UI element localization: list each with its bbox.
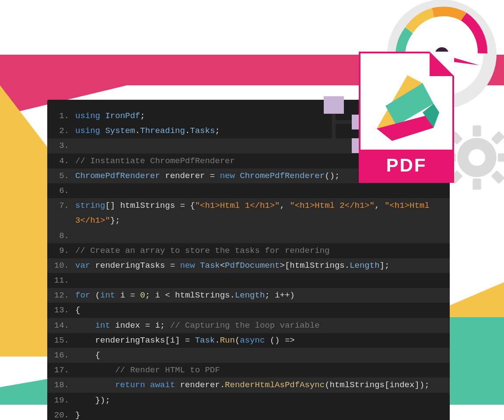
line-number: 1 (53, 108, 75, 123)
svg-point-9 (469, 149, 485, 166)
code-text[interactable]: var renderingTasks = new Task<PdfDocumen… (75, 258, 444, 273)
code-text[interactable]: string[] htmlStrings = {"<h1>Html 1</h1>… (75, 198, 444, 228)
svg-rect-6 (491, 131, 504, 145)
line-number: 2 (53, 123, 75, 138)
code-line[interactable]: 16 { (47, 348, 450, 363)
line-number: 15 (53, 333, 75, 348)
code-line[interactable]: 17 // Render HTML to PDF (47, 363, 450, 378)
svg-rect-1 (472, 125, 481, 136)
ribbon-logo-icon (370, 71, 444, 145)
code-line[interactable]: 13{ (47, 303, 450, 318)
svg-rect-8 (491, 170, 504, 184)
line-number: 10 (53, 258, 75, 273)
line-number: 5 (53, 168, 75, 183)
code-line[interactable]: 12for (int i = 0; i < htmlStrings.Length… (47, 288, 450, 303)
code-line[interactable]: 14 int index = i; // Capturing the loop … (47, 318, 450, 333)
line-number: 20 (53, 408, 75, 420)
code-line[interactable]: 7string[] htmlStrings = {"<h1>Html 1</h1… (47, 198, 450, 228)
line-number: 6 (53, 183, 75, 198)
line-number: 17 (53, 363, 75, 378)
code-line[interactable]: 18 return await renderer.RenderHtmlAsPdf… (47, 378, 450, 392)
line-number: 8 (53, 228, 75, 243)
line-number: 3 (53, 138, 75, 153)
code-line[interactable]: 9// Create an array to store the tasks f… (47, 243, 450, 258)
code-text[interactable]: int index = i; // Capturing the loop var… (75, 318, 444, 333)
code-text[interactable]: return await renderer.RenderHtmlAsPdfAsy… (75, 378, 444, 392)
pdf-file-icon: PDF (359, 52, 454, 183)
line-number: 7 (53, 198, 75, 213)
svg-rect-4 (498, 153, 504, 161)
code-text[interactable]: // Render HTML to PDF (75, 363, 444, 378)
code-line[interactable]: 6 (47, 183, 450, 198)
code-line[interactable]: 10var renderingTasks = new Task<PdfDocum… (47, 258, 450, 273)
code-text[interactable]: }); (75, 393, 444, 408)
svg-rect-10 (324, 96, 344, 114)
code-line[interactable]: 15 renderingTasks[i] = Task.Run(async ()… (47, 333, 450, 348)
line-number: 14 (53, 318, 75, 333)
svg-rect-2 (472, 178, 481, 190)
code-line[interactable]: 11 (47, 273, 450, 288)
code-text[interactable]: { (75, 348, 444, 363)
pdf-label: PDF (360, 150, 452, 181)
line-number: 11 (53, 273, 75, 288)
code-line[interactable]: 19 }); (47, 393, 450, 408)
code-line[interactable]: 8 (47, 228, 450, 243)
line-number: 13 (53, 303, 75, 318)
code-text[interactable]: { (75, 303, 444, 318)
code-text[interactable]: } (75, 408, 444, 420)
code-text[interactable]: // Create an array to store the tasks fo… (75, 243, 444, 258)
code-line[interactable]: 20} (47, 408, 450, 420)
code-text[interactable]: renderingTasks[i] = Task.Run(async () => (75, 333, 444, 348)
line-number: 12 (53, 288, 75, 303)
line-number: 4 (53, 154, 75, 168)
code-text[interactable]: for (int i = 0; i < htmlStrings.Length; … (75, 288, 444, 303)
line-number: 16 (53, 348, 75, 363)
line-number: 9 (53, 243, 75, 258)
line-number: 19 (53, 393, 75, 408)
line-number: 18 (53, 378, 75, 392)
